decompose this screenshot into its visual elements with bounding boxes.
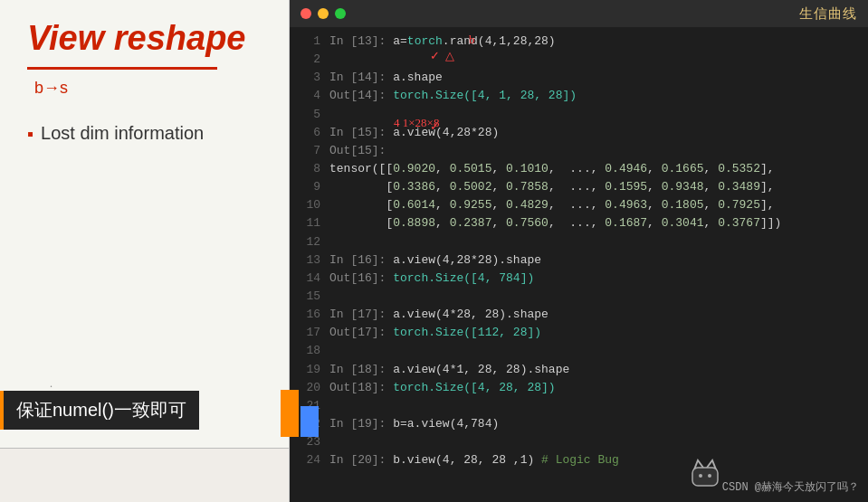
bottom-bar [0, 448, 289, 502]
code-9: [0.3386, 0.5002, 0.7858, ..., 0.1595, 0.… [329, 178, 775, 196]
code-19: a.view(4*1, 28, 28).shape [393, 361, 569, 379]
line-num-10: 10 [299, 196, 320, 214]
out-label-17: Out[17]: [329, 324, 393, 342]
code-16: a.view(4*28, 28).shape [393, 306, 548, 324]
in-label-13: In [16]: [329, 251, 393, 270]
dot-yellow[interactable] [318, 8, 329, 19]
in-label-22: In [19]: [329, 415, 393, 433]
line-4: 4 Out[14]: torch.Size([4, 1, 28, 28]) [299, 87, 859, 105]
line-13: 13 In [16]: a.view(4,28*28).shape [299, 251, 859, 270]
line-9: 9 [0.3386, 0.5002, 0.7858, ..., 0.1595, … [299, 178, 859, 196]
line-num-5: 5 [299, 106, 320, 124]
out-label-7: Out[15]: [329, 142, 386, 160]
subtitle-text: 保证numel()一致即可 [16, 400, 186, 420]
line-5: 5 [299, 106, 859, 124]
watermark-bottom: CSDN @赫海今天放闪了吗？ [722, 479, 859, 497]
line-22: 22 In [19]: b=a.view(4,784) [299, 415, 859, 433]
line-num-16: 16 [299, 306, 320, 324]
out-label-4: Out[14]: [329, 87, 393, 105]
progress-bar-orange [281, 390, 299, 437]
watermark-top-right: 生信曲线 [799, 5, 857, 23]
out-label-14: Out[16]: [329, 270, 393, 288]
handwriting-annotation: b→s [34, 79, 262, 98]
terminal-titlebar: 生信曲线 [290, 0, 868, 27]
code-1: a=torch.rand(4,1,28,28) [393, 33, 555, 51]
code-4: torch.Size([4, 1, 28, 28]) [393, 87, 577, 105]
line-14: 14 Out[16]: torch.Size([4, 784]) [299, 270, 859, 288]
code-22: b=a.view(4,784) [393, 415, 499, 433]
line-num-6: 6 [299, 124, 320, 142]
progress-bar-blue [300, 406, 319, 437]
line-num-3: 3 [299, 69, 320, 87]
line-23: 23 [299, 433, 859, 451]
line-19: 19 In [18]: a.view(4*1, 28, 28).shape [299, 361, 859, 379]
line-num-2: 2 [299, 51, 320, 69]
subtitle-overlay: 保证numel()一致即可 [0, 391, 199, 430]
code-3: a.shape [393, 69, 443, 87]
in-label-16: In [17]: [329, 306, 393, 324]
line-num-8: 8 [299, 160, 320, 178]
line-8: 8 tensor([[0.9020, 0.5015, 0.1010, ..., … [299, 160, 859, 178]
line-num-7: 7 [299, 142, 320, 160]
code-10: [0.6014, 0.9255, 0.4829, ..., 0.4963, 0.… [329, 196, 775, 214]
svg-point-2 [708, 474, 711, 478]
out-label-20: Out[18]: [329, 379, 393, 397]
code-20: torch.Size([4, 28, 28]) [393, 379, 555, 397]
in-label-19: In [18]: [329, 361, 393, 379]
line-18: 18 [299, 342, 859, 360]
bullet-item: ▪ Lost dim information [27, 123, 262, 145]
line-24: 24 In [20]: b.view(4, 28, 28 ,1) # Logic… [299, 451, 859, 469]
line-1: 1 In [13]: a=torch.rand(4,1,28,28) [299, 33, 859, 51]
line-2: 2 [299, 51, 859, 69]
right-panel: 生信曲线 b ✓ △ ✓ 4 1×28×8 1 In [13]: a=torch… [290, 0, 868, 502]
line-num-12: 12 [299, 233, 320, 251]
line-num-17: 17 [299, 324, 320, 342]
code-6: a.view(4,28*28) [393, 124, 499, 142]
code-8: tensor([[0.9020, 0.5015, 0.1010, ..., 0.… [329, 160, 775, 178]
svg-rect-0 [692, 468, 718, 486]
in-label-1: In [13]: [329, 33, 393, 51]
in-label-3: In [14]: [329, 69, 393, 87]
bullet-marker: ▪ [27, 124, 33, 145]
line-num-9: 9 [299, 178, 320, 196]
line-num-18: 18 [299, 342, 320, 360]
line-num-1: 1 [299, 33, 320, 51]
code-17: torch.Size([112, 28]) [393, 324, 541, 342]
code-14: torch.Size([4, 784]) [393, 270, 534, 288]
line-12: 12 [299, 233, 859, 251]
left-panel: View reshape b→s ▪ Lost dim information … [0, 0, 290, 502]
terminal-content: b ✓ △ ✓ 4 1×28×8 1 In [13]: a=torch.rand… [290, 27, 868, 502]
line-num-19: 19 [299, 361, 320, 379]
line-num-24: 24 [299, 451, 320, 469]
line-7: 7 Out[15]: [299, 142, 859, 160]
dot-green[interactable] [335, 8, 346, 19]
line-10: 10 [0.6014, 0.9255, 0.4829, ..., 0.4963,… [299, 196, 859, 214]
line-11: 11 [0.8898, 0.2387, 0.7560, ..., 0.1687,… [299, 214, 859, 232]
logo-area [687, 457, 723, 489]
dot-red[interactable] [300, 8, 311, 19]
line-15: 15 [299, 288, 859, 306]
slide-title: View reshape [27, 18, 262, 60]
code-13: a.view(4,28*28).shape [393, 251, 541, 270]
in-label-24: In [20]: [329, 451, 393, 469]
line-21: 21 [299, 397, 859, 415]
line-3: 3 In [14]: a.shape [299, 69, 859, 87]
line-17: 17 Out[17]: torch.Size([112, 28]) [299, 324, 859, 342]
code-11: [0.8898, 0.2387, 0.7560, ..., 0.1687, 0.… [329, 214, 781, 232]
title-underline [27, 67, 217, 70]
code-24: b.view(4, 28, 28 ,1) # Logic Bug [393, 451, 619, 469]
line-num-13: 13 [299, 251, 320, 270]
line-num-15: 15 [299, 288, 320, 306]
bullet-text: Lost dim information [41, 123, 204, 144]
line-num-11: 11 [299, 214, 320, 232]
line-num-4: 4 [299, 87, 320, 105]
line-num-14: 14 [299, 270, 320, 288]
line-20: 20 Out[18]: torch.Size([4, 28, 28]) [299, 379, 859, 397]
line-16: 16 In [17]: a.view(4*28, 28).shape [299, 306, 859, 324]
in-label-6: In [15]: [329, 124, 393, 142]
svg-point-1 [699, 474, 702, 478]
line-6: 6 In [15]: a.view(4,28*28) [299, 124, 859, 142]
